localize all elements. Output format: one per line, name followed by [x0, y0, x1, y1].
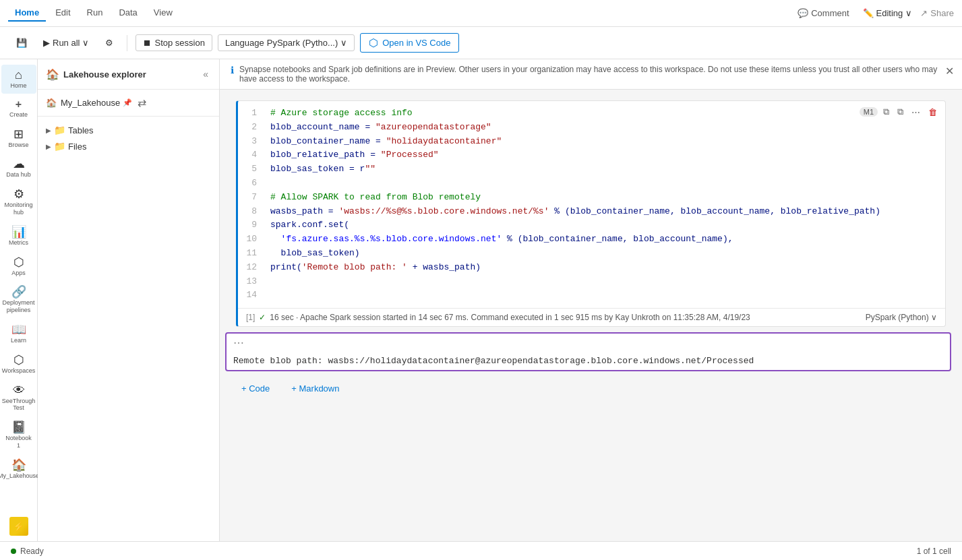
sidebar-item-metrics[interactable]: 📊 Metrics — [1, 222, 36, 251]
save-icon: 💾 — [16, 38, 27, 48]
status-bar: Ready 1 of 1 cell — [0, 541, 962, 560]
tab-view[interactable]: View — [147, 5, 179, 22]
close-banner-button[interactable]: ✕ — [945, 65, 954, 77]
sidebar-item-learn[interactable]: 📖 Learn — [1, 319, 36, 348]
exec-lang[interactable]: PySpark (Python) ∨ — [866, 313, 937, 322]
main-area: ⌂ Home + Create ⊞ Browse ☁ Data hub ⚙ Mo… — [0, 59, 962, 541]
folder-icon: 📁 — [54, 125, 65, 135]
left-panel-header: 🏠 Lakehouse explorer « — [38, 59, 219, 90]
cell-split-button[interactable]: ⧉ — [880, 105, 892, 119]
gear-icon: ⚙ — [105, 38, 113, 48]
exec-status: [1] ✓ 16 sec · Apache Spark session star… — [246, 313, 750, 322]
sidebar-item-mylakehouse[interactable]: 🏠 My_Lakehouse — [1, 455, 36, 484]
cell-badge: M1 — [860, 107, 878, 117]
sidebar-label-seethrough: SeeThrough Test — [2, 398, 36, 412]
run-all-button[interactable]: ▶ Run all ∨ — [38, 35, 94, 51]
sidebar-item-create[interactable]: + Create — [1, 95, 36, 123]
tree-label-files: Files — [68, 142, 86, 152]
output-more-button[interactable]: ⋯ — [233, 336, 244, 349]
top-bar-tabs: Home Edit Run Data View — [8, 5, 179, 22]
sidebar-label-deployment: Deployment pipelines — [2, 299, 34, 314]
info-banner: ℹ Synapse notebooks and Spark job defini… — [220, 59, 962, 90]
chevron-down-icon: ∨ — [340, 38, 347, 48]
sidebar: ⌂ Home + Create ⊞ Browse ☁ Data hub ⚙ Mo… — [0, 59, 38, 541]
code-line-11: blob_sas_token) — [270, 247, 940, 261]
code-line-6 — [270, 177, 940, 191]
code-line-5: blob_sas_token = r"" — [270, 162, 940, 177]
code-line-1: # Azure storage access info — [270, 106, 940, 121]
language-selector[interactable]: Language PySpark (Pytho...) ∨ — [218, 34, 355, 51]
tab-data[interactable]: Data — [112, 5, 144, 22]
editing-button[interactable]: ✏️ Editing ∨ — [863, 8, 913, 18]
sidebar-label-metrics: Metrics — [9, 239, 28, 247]
output-content: Remote blob path: wasbs://holidaydatacon… — [233, 356, 754, 366]
sidebar-item-monitoring[interactable]: ⚙ Monitoring hub — [1, 184, 36, 220]
datahub-icon: ☁ — [13, 158, 25, 170]
code-area: 12345 678910 11121314 # Azure storage ac… — [238, 101, 945, 308]
exec-detail: 16 sec · Apache Spark session started in… — [270, 313, 750, 322]
exec-lang-label: PySpark (Python) ∨ — [866, 313, 937, 322]
code-line-9: spark.conf.set( — [270, 218, 940, 232]
code-cell-wrapper: ▶ ∨ M1 ⧉ ⧉ ⋯ 🗑 12345 678910 11121 — [231, 95, 957, 330]
share-button[interactable]: ↗ Share — [920, 8, 954, 18]
language-label: Language — [225, 38, 264, 48]
cell-copy-button[interactable]: ⧉ — [895, 105, 906, 119]
output-text: Remote blob path: wasbs://holidaydatacon… — [227, 352, 950, 370]
info-icon: ℹ — [231, 65, 234, 75]
sidebar-item-workspaces[interactable]: ⬡ Workspaces — [1, 350, 36, 379]
code-content[interactable]: # Azure storage access info blob_account… — [265, 106, 945, 303]
sidebar-label-browse: Browse — [8, 142, 28, 149]
refresh-button[interactable]: ⇄ — [136, 95, 148, 111]
sidebar-label-datahub: Data hub — [6, 171, 31, 179]
top-bar: Home Edit Run Data View 💬 Comment ✏️ Edi… — [0, 0, 962, 27]
sidebar-item-home[interactable]: ⌂ Home — [1, 65, 36, 94]
sidebar-item-datahub[interactable]: ☁ Data hub — [1, 154, 36, 183]
stop-session-button[interactable]: ⏹ Stop session — [136, 34, 212, 51]
tab-run[interactable]: Run — [80, 5, 110, 22]
sidebar-item-notebook[interactable]: 📓 Notebook 1 — [1, 417, 36, 454]
lakehouse-icon: 🏠 — [46, 98, 57, 108]
metrics-icon: 📊 — [11, 226, 26, 238]
tree-item-tables[interactable]: ▶ 📁 Tables — [38, 122, 219, 138]
left-panel: 🏠 Lakehouse explorer « 🏠 My_Lakehouse 📌 … — [38, 59, 220, 541]
left-panel-title: 🏠 Lakehouse explorer — [46, 68, 146, 81]
learn-icon: 📖 — [11, 323, 26, 336]
tab-edit[interactable]: Edit — [49, 5, 77, 22]
stop-icon: ⏹ — [143, 38, 152, 48]
sidebar-item-deployment[interactable]: 🔗 Deployment pipelines — [1, 282, 36, 318]
sidebar-label-create: Create — [9, 111, 28, 119]
lakehouse-explorer-icon: 🏠 — [46, 68, 59, 81]
toolbar: 💾 ▶ Run all ∨ ⚙ ⏹ Stop session Language … — [0, 27, 962, 59]
sidebar-item-apps[interactable]: ⬡ Apps — [1, 252, 36, 281]
code-line-7: # Allow SPARK to read from Blob remotely — [270, 191, 940, 205]
tab-home[interactable]: Home — [8, 5, 46, 22]
line-numbers: 12345 678910 11121314 — [238, 106, 265, 303]
cell-count: 1 of 1 cell — [917, 547, 951, 556]
settings-button[interactable]: ⚙ — [100, 35, 119, 51]
deployment-icon: 🔗 — [11, 286, 26, 298]
code-cell: M1 ⧉ ⧉ ⋯ 🗑 12345 678910 11121314 # Azure… — [236, 100, 946, 327]
add-markdown-button[interactable]: + Markdown — [286, 381, 344, 396]
sidebar-label-learn: Learn — [11, 337, 26, 344]
execution-result: [1] ✓ 16 sec · Apache Spark session star… — [238, 308, 945, 326]
save-button[interactable]: 💾 — [11, 35, 32, 51]
sidebar-label-notebook: Notebook 1 — [4, 435, 34, 449]
chevron-right-icon: ▶ — [46, 127, 51, 134]
add-code-button[interactable]: + Code — [236, 381, 275, 396]
create-icon: + — [16, 99, 22, 110]
language-value: PySpark (Pytho...) — [267, 38, 338, 48]
code-line-2: blob_account_name = "azureopendatastorag… — [270, 121, 940, 135]
lakehouse-selector: 🏠 My_Lakehouse 📌 ⇄ — [38, 90, 219, 117]
tree-item-files[interactable]: ▶ 📁 Files — [38, 138, 219, 154]
comment-button[interactable]: 💬 Comment — [792, 6, 854, 20]
add-markdown-label: + Markdown — [291, 383, 339, 394]
open-vscode-button[interactable]: ⬡ Open in VS Code — [360, 33, 459, 53]
sidebar-item-seethrough[interactable]: 👁 SeeThrough Test — [1, 380, 36, 416]
cell-delete-button[interactable]: 🗑 — [926, 106, 940, 119]
collapse-panel-button[interactable]: « — [200, 66, 211, 82]
cell-more-button[interactable]: ⋯ — [909, 106, 923, 119]
status-left: Ready — [11, 547, 44, 556]
tree-label-tables: Tables — [68, 125, 94, 135]
sidebar-label-home: Home — [10, 82, 26, 90]
sidebar-item-browse[interactable]: ⊞ Browse — [1, 124, 36, 153]
